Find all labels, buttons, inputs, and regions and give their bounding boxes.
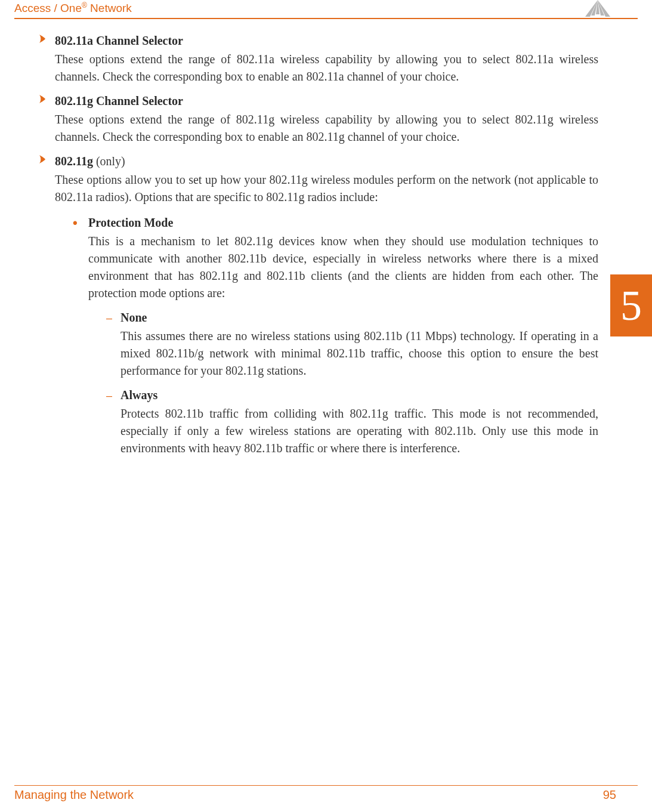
brand-mark-icon: [582, 0, 614, 17]
content-area: 802.11a Channel Selector These options e…: [38, 32, 598, 775]
bullet-icon: [38, 92, 55, 104]
list-item-title: 802.11g (only): [55, 153, 598, 170]
dash-item-title: Always: [120, 387, 598, 404]
bullet-icon: [38, 32, 55, 44]
list-item-text: These options allow you to set up how yo…: [55, 171, 598, 206]
bullet-icon: [38, 153, 55, 165]
sub-item-title: Protection Mode: [88, 214, 598, 231]
list-item-title: 802.11g Channel Selector: [55, 92, 598, 110]
page-header: Access / One® Network: [14, 0, 614, 17]
footer-section: Managing the Network: [14, 786, 134, 804]
chapter-tab: 5: [610, 274, 652, 336]
dash-item-title: None: [120, 309, 598, 326]
dash-item-text: Protects 802.11b traffic from colliding …: [120, 405, 598, 457]
list-item: 802.11a Channel Selector These options e…: [38, 32, 598, 85]
footer-divider: [14, 785, 638, 786]
list-item-text: These options extend the range of 802.11…: [55, 51, 598, 85]
sub-list-item: • Protection Mode This is a mechanism to…: [73, 214, 598, 464]
list-item-title: 802.11a Channel Selector: [55, 32, 598, 50]
page: Access / One® Network: [0, 0, 652, 812]
header-divider: [14, 18, 638, 19]
list-item: 802.11g (only) These options allow you t…: [38, 153, 598, 471]
sub-list: • Protection Mode This is a mechanism to…: [55, 214, 598, 464]
dash-bullet-icon: –: [106, 387, 120, 457]
sub-item-text: This is a mechanism to let 802.11g devic…: [88, 233, 598, 302]
product-prefix: Access / One: [14, 2, 82, 14]
dash-list-item: – Always Protects 802.11b traffic from c…: [106, 387, 598, 457]
chapter-number: 5: [620, 274, 642, 336]
list-item: 802.11g Channel Selector These options e…: [38, 92, 598, 146]
product-name: Access / One® Network: [14, 0, 132, 17]
footer-page-number: 95: [603, 786, 616, 804]
dash-list-item: – None This assumes there are no wireles…: [106, 309, 598, 379]
dot-bullet-icon: •: [73, 214, 88, 464]
registered-mark: ®: [82, 1, 87, 10]
product-suffix: Network: [87, 2, 132, 14]
list-item-text: These options extend the range of 802.11…: [55, 111, 598, 146]
dash-item-text: This assumes there are no wireless stati…: [120, 328, 598, 379]
dash-bullet-icon: –: [106, 309, 120, 379]
page-footer: Managing the Network 95: [14, 786, 616, 804]
dash-list: – None This assumes there are no wireles…: [88, 309, 598, 457]
